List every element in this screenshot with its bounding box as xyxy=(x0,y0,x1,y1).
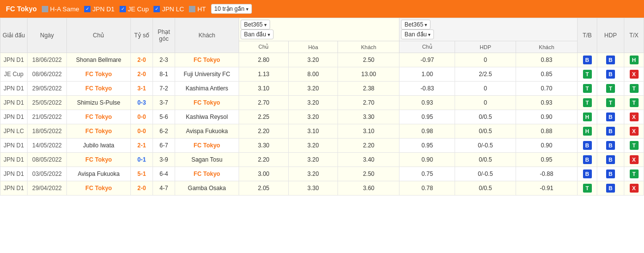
filter-jpn-d1[interactable]: JPN D1 xyxy=(84,5,115,13)
goals-cell: 6-7 xyxy=(153,139,175,153)
away-team[interactable]: FC Tokyo xyxy=(194,142,220,149)
hdp-home-cell: 0.95 xyxy=(399,110,455,124)
away-cell[interactable]: FC Tokyo xyxy=(175,167,239,181)
date-cell: 18/05/2022 xyxy=(28,124,67,139)
hdp-home-cell: 0.90 xyxy=(399,153,455,167)
col-odds-away: Khách xyxy=(338,41,399,53)
odds-home-cell: 3.10 xyxy=(239,82,289,96)
hdp-badge: B xyxy=(606,70,615,79)
home-team[interactable]: FC Tokyo xyxy=(86,85,112,92)
filter-jpn-lc[interactable]: JPN LC xyxy=(153,5,184,13)
away-team[interactable]: FC Tokyo xyxy=(194,170,220,177)
away-cell[interactable]: Avispa Fukuoka xyxy=(175,124,239,139)
home-team[interactable]: FC Tokyo xyxy=(86,113,112,120)
away-team[interactable]: FC Tokyo xyxy=(194,56,220,63)
score-cell: 2-0 xyxy=(131,53,153,67)
home-cell[interactable]: Jubilo Iwata xyxy=(67,139,131,153)
away-cell[interactable]: FC Tokyo xyxy=(175,139,239,153)
col-odds-home: Chủ xyxy=(239,41,289,53)
checkbox-ht[interactable] xyxy=(189,6,195,12)
home-cell[interactable]: FC Tokyo xyxy=(67,153,131,167)
home-team[interactable]: FC Tokyo xyxy=(86,185,112,192)
tb-badge: B xyxy=(583,169,592,178)
goals-cell: 2-3 xyxy=(153,53,175,67)
tb-cell: T xyxy=(578,96,597,110)
goals-cell: 3-9 xyxy=(153,153,175,167)
score-cell: 5-1 xyxy=(131,167,153,181)
home-cell[interactable]: Shonan Bellmare xyxy=(67,53,131,67)
date-cell: 29/04/2022 xyxy=(28,181,67,196)
home-cell[interactable]: FC Tokyo xyxy=(67,124,131,139)
hdp-away-cell: 0.70 xyxy=(516,82,577,96)
col-odds-draw: Hòa xyxy=(288,41,338,53)
date-cell: 08/06/2022 xyxy=(28,67,67,82)
away-cell[interactable]: FC Tokyo xyxy=(175,53,239,67)
hdpb-cell: B xyxy=(597,139,624,153)
odds-away-cell: 3.10 xyxy=(338,124,399,139)
odds-draw-cell: 3.20 xyxy=(288,167,338,181)
hdpb-cell: B xyxy=(597,67,624,82)
ban-dau-dd-left[interactable]: Ban đầu xyxy=(241,29,274,39)
tb-cell: T xyxy=(578,67,597,82)
bet365-dd-left[interactable]: Bet365 xyxy=(241,20,270,29)
ban-dau-dd-right[interactable]: Ban đầu xyxy=(401,29,434,39)
score-cell: 2-0 xyxy=(131,181,153,196)
hdp-away-cell: 0.95 xyxy=(516,153,577,167)
away-cell[interactable]: Fuji University FC xyxy=(175,67,239,82)
col-tb: T/B xyxy=(578,18,597,53)
filter-ha-same[interactable]: H-A Same xyxy=(42,5,79,13)
home-team[interactable]: FC Tokyo xyxy=(86,128,112,135)
tb-badge: B xyxy=(583,141,592,150)
away-cell[interactable]: Sagan Tosu xyxy=(175,153,239,167)
bet365-dd-right[interactable]: Bet365 xyxy=(401,20,430,29)
home-cell[interactable]: FC Tokyo xyxy=(67,110,131,124)
home-team[interactable]: FC Tokyo xyxy=(86,71,112,78)
odds-away-cell: 2.50 xyxy=(338,167,399,181)
filter-ht[interactable]: HT xyxy=(189,5,206,13)
away-cell[interactable]: Gamba Osaka xyxy=(175,181,239,196)
home-team[interactable]: FC Tokyo xyxy=(86,156,112,163)
home-team: Shonan Bellmare xyxy=(76,56,121,63)
odds-home-cell: 2.25 xyxy=(239,110,289,124)
home-team: Shimizu S-Pulse xyxy=(77,99,120,106)
table-row: JE Cup 08/06/2022 FC Tokyo 2-0 8-1 Fuji … xyxy=(0,67,644,82)
goals-cell: 6-2 xyxy=(153,124,175,139)
hdp-mid-cell: 2/2.5 xyxy=(455,67,516,82)
recent-dropdown[interactable]: 10 trận gần xyxy=(211,4,252,14)
tx-badge: X xyxy=(630,127,639,136)
hdp-away-cell: 0.90 xyxy=(516,139,577,153)
away-team[interactable]: FC Tokyo xyxy=(194,99,220,106)
hdp-badge: B xyxy=(606,141,615,150)
league-cell: JPN D1 xyxy=(0,153,28,167)
home-cell[interactable]: FC Tokyo xyxy=(67,82,131,96)
date-cell: 21/05/2022 xyxy=(28,110,67,124)
tx-badge: T xyxy=(630,98,639,107)
goals-cell: 4-7 xyxy=(153,181,175,196)
hdp-mid-cell: 0 xyxy=(455,82,516,96)
tb-badge: T xyxy=(583,70,592,79)
away-cell[interactable]: FC Tokyo xyxy=(175,96,239,110)
hdp-mid-cell: 0/0.5 xyxy=(455,124,516,139)
col-hdp: HDP xyxy=(597,18,624,53)
away-cell[interactable]: Kashima Antlers xyxy=(175,82,239,96)
home-cell[interactable]: Avispa Fukuoka xyxy=(67,167,131,181)
hdp-home-cell: 1.00 xyxy=(399,67,455,82)
col-tx: T/X xyxy=(624,18,644,53)
checkbox-ha-same[interactable] xyxy=(42,6,48,12)
away-cell[interactable]: Kashiwa Reysol xyxy=(175,110,239,124)
checkbox-jpn-d1[interactable] xyxy=(84,6,91,12)
hdpb-cell: B xyxy=(597,167,624,181)
tx-cell: X xyxy=(624,153,644,167)
odds-home-cell: 1.13 xyxy=(239,67,289,82)
home-cell[interactable]: FC Tokyo xyxy=(67,181,131,196)
table-row: JPN D1 25/05/2022 Shimizu S-Pulse 0-3 3-… xyxy=(0,96,644,110)
filter-je-cup[interactable]: JE Cup xyxy=(120,5,149,13)
table-row: JPN D1 08/05/2022 FC Tokyo 0-1 3-9 Sagan… xyxy=(0,153,644,167)
home-cell[interactable]: FC Tokyo xyxy=(67,67,131,82)
odds-home-cell: 2.70 xyxy=(239,96,289,110)
home-cell[interactable]: Shimizu S-Pulse xyxy=(67,96,131,110)
checkbox-je-cup[interactable] xyxy=(120,6,126,12)
away-team: Avispa Fukuoka xyxy=(186,128,228,135)
tb-badge: B xyxy=(583,56,592,64)
checkbox-jpn-lc[interactable] xyxy=(153,6,160,12)
